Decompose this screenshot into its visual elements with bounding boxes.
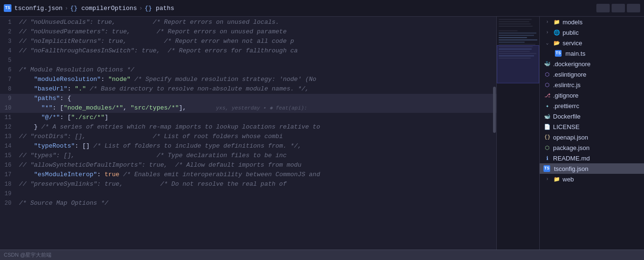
scrollbar-thumb xyxy=(493,87,496,133)
breadcrumb-file: tsconfig.json xyxy=(14,5,62,12)
sidebar-item-dockerignore[interactable]: 🐳 .dockerignore xyxy=(540,59,644,69)
eslint-icon: ⬡ xyxy=(543,81,551,89)
svg-rect-2 xyxy=(499,23,531,24)
code-line: 17 "esModuleInterop": true /* Enables em… xyxy=(0,170,496,180)
code-line: 20 /* Source Map Options */ xyxy=(0,199,496,208)
code-line: 19 xyxy=(0,189,496,199)
chevron-right-icon: › xyxy=(543,18,551,26)
svg-rect-8 xyxy=(499,40,537,40)
status-left: CSDN @星宇大前端 xyxy=(4,251,51,259)
code-line: 8 "baseUrl": "." /* Base directory to re… xyxy=(0,84,496,94)
docker-icon: 🐳 xyxy=(543,60,551,68)
file-explorer-sidebar: › 📁 models › 🌐 public ⌄ 📂 service TS mai… xyxy=(539,17,644,250)
svg-rect-7 xyxy=(499,37,527,38)
sidebar-item-label: openapi.json xyxy=(553,134,588,141)
folder-icon: 📁 xyxy=(553,18,561,26)
sidebar-item-label: .gitignore xyxy=(553,92,578,99)
sidebar-item-label: package.json xyxy=(553,144,590,151)
sidebar-item-gitignore[interactable]: ⎇ .gitignore xyxy=(540,90,644,100)
code-line: 3 // "noImplicitReturns": true, /* Repor… xyxy=(0,37,496,46)
sidebar-item-label: tsconfig.json xyxy=(554,165,588,172)
vertical-scrollbar[interactable] xyxy=(493,17,496,250)
sidebar-item-tsconfig[interactable]: TS tsconfig.json xyxy=(540,163,644,174)
file-type-icon: TS xyxy=(4,4,11,12)
breadcrumb: tsconfig.json › {} compilerOptions › {} … xyxy=(14,5,174,12)
chevron-right-icon: › xyxy=(543,175,551,183)
sidebar-item-public[interactable]: › 🌐 public xyxy=(540,27,644,38)
code-line: 7 "moduleResolution": "node" /* Specify … xyxy=(0,75,496,84)
code-line: 4 // "noFallthroughCasesInSwitch": true,… xyxy=(0,46,496,56)
sidebar-item-label: public xyxy=(563,29,579,36)
sidebar-item-label: .dockerignore xyxy=(553,60,591,68)
code-line: 5 xyxy=(0,56,496,65)
code-line: 13 // "rootDirs": [], /* List of root fo… xyxy=(0,132,496,141)
code-line: 10 "*": ["node_modules/*", "src/types/*"… xyxy=(0,103,496,113)
license-icon: 📄 xyxy=(543,123,551,130)
docker-icon: 🐋 xyxy=(543,112,551,120)
code-container[interactable]: 1 // "noUnusedLocals": true, /* Report e… xyxy=(0,17,496,250)
sidebar-item-openapi[interactable]: {} openapi.json xyxy=(540,132,644,142)
sidebar-item-eslintignore[interactable]: ⬡ .eslintignore xyxy=(540,69,644,80)
chevron-right-icon: › xyxy=(543,29,551,36)
eslint-icon: ⬡ xyxy=(543,70,551,78)
folder-icon: 📂 xyxy=(553,39,561,47)
main-layout: 1 // "noUnusedLocals": true, /* Report e… xyxy=(0,17,644,250)
sidebar-item-label: service xyxy=(563,40,582,47)
code-line: 12 } /* A series of entries which re-map… xyxy=(0,122,496,132)
sidebar-item-label: web xyxy=(563,176,574,183)
typescript-icon: TS xyxy=(555,50,562,57)
json-icon: {} xyxy=(543,133,551,141)
minimize-button[interactable] xyxy=(596,4,610,12)
sidebar-item-label: Dockerfile xyxy=(553,113,581,120)
svg-rect-5 xyxy=(499,32,536,33)
folder-icon: 🌐 xyxy=(553,29,561,36)
svg-rect-6 xyxy=(499,35,534,36)
code-line: 6 /* Module Resolution Options */ xyxy=(0,65,496,75)
sidebar-item-eslintrc[interactable]: ⬡ .eslintrc.js xyxy=(540,80,644,90)
tab-bar: TS tsconfig.json › {} compilerOptions › … xyxy=(0,0,644,17)
prettier-icon: ✦ xyxy=(543,102,551,110)
sidebar-item-label: README.md xyxy=(553,155,590,162)
svg-rect-1 xyxy=(499,21,529,22)
svg-rect-4 xyxy=(499,30,518,31)
npm-icon: ⬡ xyxy=(543,144,551,151)
code-line: 11 "@/*": ["./src/*"] xyxy=(0,113,496,122)
git-icon: ⎇ xyxy=(543,91,551,99)
sidebar-item-main-ts[interactable]: TS main.ts xyxy=(540,48,644,59)
maximize-button[interactable] xyxy=(612,4,625,12)
sidebar-item-license[interactable]: 📄 LICENSE xyxy=(540,121,644,132)
sidebar-item-label: .eslintignore xyxy=(553,71,586,78)
code-line: 1 // "noUnusedLocals": true, /* Report e… xyxy=(0,18,496,27)
window-controls xyxy=(596,4,644,12)
svg-rect-9 xyxy=(499,42,524,43)
close-button[interactable] xyxy=(627,4,640,12)
sidebar-item-web[interactable]: › 📁 web xyxy=(540,174,644,184)
sidebar-item-label: main.ts xyxy=(565,50,585,57)
folder-icon: 📁 xyxy=(553,175,561,183)
code-line: 18 // "preserveSymlinks": true, /* Do no… xyxy=(0,180,496,189)
typescript-icon: TS xyxy=(543,165,550,172)
sidebar-item-prettierrc[interactable]: ✦ .prettierrc xyxy=(540,100,644,111)
code-line: 15 // "types": [], /* Type declaration f… xyxy=(0,151,496,160)
sidebar-item-models[interactable]: › 📁 models xyxy=(540,17,644,27)
sidebar-item-label: .prettierrc xyxy=(553,102,579,110)
breadcrumb-paths: {} paths xyxy=(144,5,174,12)
svg-rect-0 xyxy=(499,19,532,20)
code-line: 16 // "allowSyntheticDefaultImports": tr… xyxy=(0,160,496,170)
sidebar-item-service[interactable]: ⌄ 📂 service xyxy=(540,38,644,48)
code-line: 9 "paths": { xyxy=(0,94,496,103)
code-line: 14 "typeRoots": [] /* List of folders to… xyxy=(0,141,496,151)
minimap-viewport xyxy=(497,45,539,83)
sidebar-item-readme[interactable]: ℹ README.md xyxy=(540,153,644,163)
svg-rect-3 xyxy=(499,26,533,27)
minimap xyxy=(496,17,539,250)
sidebar-item-label: models xyxy=(563,19,583,26)
readme-icon: ℹ xyxy=(543,154,551,162)
chevron-down-icon: ⌄ xyxy=(543,39,551,47)
sidebar-item-package-json[interactable]: ⬡ package.json xyxy=(540,142,644,153)
sidebar-item-label: LICENSE xyxy=(553,123,580,130)
code-line: 2 // "noUnusedParameters": true, /* Repo… xyxy=(0,27,496,37)
editor-area: 1 // "noUnusedLocals": true, /* Report e… xyxy=(0,17,496,250)
sidebar-item-dockerfile[interactable]: 🐋 Dockerfile xyxy=(540,111,644,121)
status-bar: CSDN @星宇大前端 xyxy=(0,250,644,260)
